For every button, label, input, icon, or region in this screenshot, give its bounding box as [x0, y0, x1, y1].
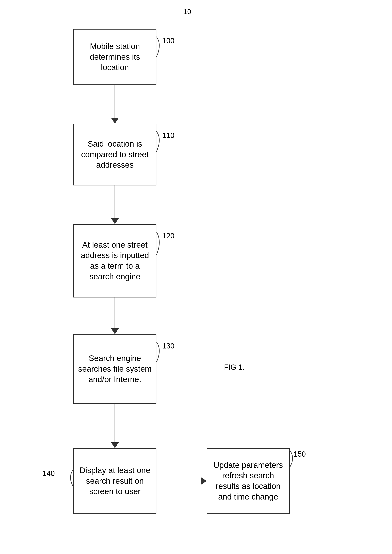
flowchart-wrapper: Mobile station determines its location 1… — [39, 19, 353, 541]
svg-marker-5 — [111, 328, 119, 334]
flow-box-150: Update parameters refresh search results… — [207, 448, 290, 514]
flow-box-130: Search engine searches file system and/o… — [73, 334, 156, 404]
svg-marker-7 — [111, 442, 119, 448]
label-100: 100 — [162, 37, 174, 45]
diagram-title: 10 — [183, 8, 191, 16]
svg-marker-1 — [111, 118, 119, 124]
diagram-container: 10 — [0, 0, 392, 554]
label-120: 120 — [162, 232, 174, 240]
flow-box-100: Mobile station determines its location — [73, 29, 156, 85]
svg-marker-3 — [111, 218, 119, 224]
svg-marker-9 — [201, 477, 207, 485]
flow-box-110: Said location is compared to street addr… — [73, 124, 156, 185]
label-140: 140 — [42, 470, 55, 478]
flow-box-140: Display at least one search result on sc… — [73, 448, 156, 514]
label-130: 130 — [162, 342, 174, 350]
flow-box-120: At least one street address is inputted … — [73, 224, 156, 297]
label-110: 110 — [162, 131, 174, 140]
fig-label: FIG 1. — [224, 363, 245, 372]
label-150: 150 — [294, 450, 306, 458]
